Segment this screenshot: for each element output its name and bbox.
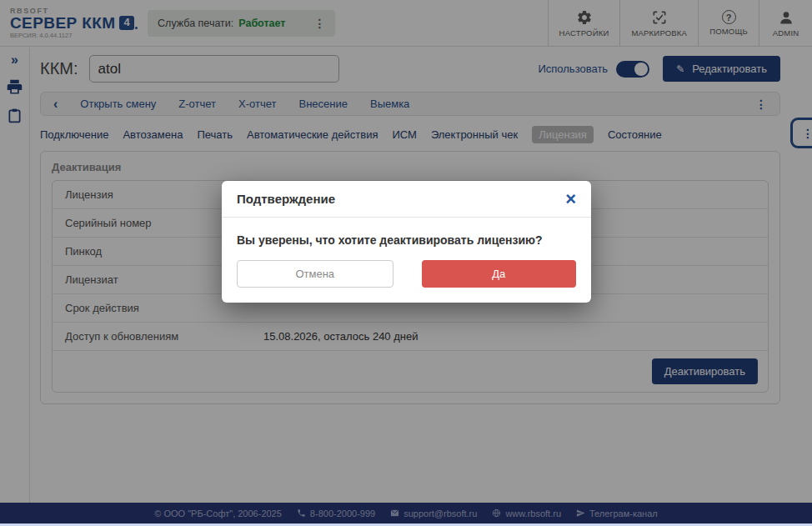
- cancel-button[interactable]: Отмена: [237, 260, 393, 288]
- close-icon[interactable]: ×: [565, 192, 576, 207]
- dialog-header: Подтверждение ×: [222, 181, 591, 218]
- dialog-title: Подтверждение: [237, 192, 335, 206]
- confirm-button[interactable]: Да: [422, 260, 577, 288]
- dialog-actions: Отмена Да: [222, 247, 591, 303]
- confirmation-dialog: Подтверждение × Вы уверены, что хотите д…: [222, 181, 591, 303]
- dialog-message: Вы уверены, что хотите деактивировать ли…: [222, 218, 591, 247]
- app-window: RBSOFT СЕРВЕР ККМ 4 ВЕРСИЯ: 4.0.44.1127 …: [0, 0, 812, 526]
